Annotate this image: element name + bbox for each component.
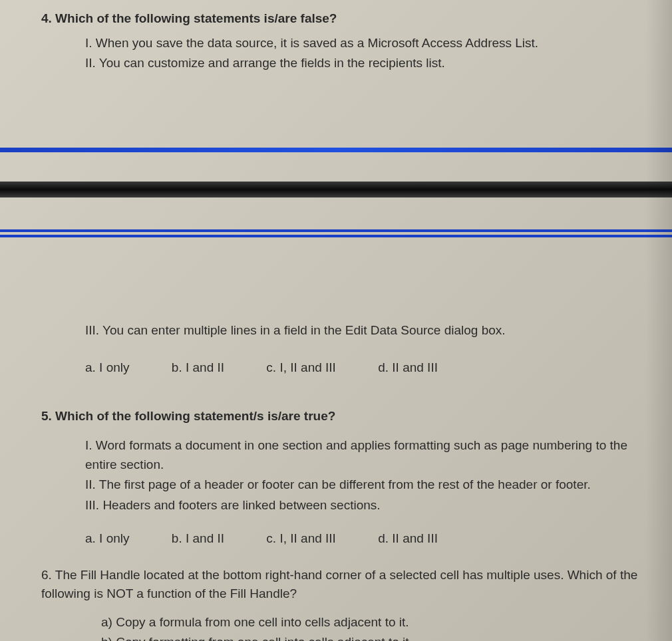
q5-statement-2: II. The first page of a header or footer… [85, 475, 652, 495]
question-4-statements-top: I. When you save the data source, it is … [0, 34, 672, 73]
divider-blue-top [0, 148, 672, 152]
q6-option-a[interactable]: a) Copy a formula from one cell into cel… [101, 613, 672, 632]
q5-option-c[interactable]: c. I, II and III [266, 529, 336, 549]
question-6-options: a) Copy a formula from one cell into cel… [0, 613, 672, 642]
question-5-prompt: 5. Which of the following statement/s is… [0, 407, 672, 426]
divider-black [0, 182, 672, 197]
question-5-statements: I. Word formats a document in one sectio… [0, 436, 672, 515]
q4-option-a[interactable]: a. I only [85, 358, 130, 378]
q6-option-b[interactable]: b) Copy formatting from one cell into ce… [101, 633, 672, 641]
q5-option-b[interactable]: b. I and II [172, 529, 224, 549]
q5-option-d[interactable]: d. II and III [378, 529, 438, 549]
question-5-options: a. I only b. I and II c. I, II and III d… [0, 529, 672, 549]
question-4-options: a. I only b. I and II c. I, II and III d… [0, 358, 672, 378]
q4-statement-2: II. You can customize and arrange the fi… [85, 54, 672, 73]
q4-option-d[interactable]: d. II and III [378, 358, 438, 378]
q4-statement-3: III. You can enter multiple lines in a f… [85, 321, 672, 340]
question-4-prompt: 4. Which of the following statements is/… [0, 9, 672, 29]
q5-statement-1: I. Word formats a document in one sectio… [85, 436, 652, 474]
question-6-prompt: 6. The Fill Handle located at the bottom… [0, 566, 672, 604]
q4-option-c[interactable]: c. I, II and III [266, 358, 336, 378]
question-4-statements-bottom: III. You can enter multiple lines in a f… [0, 321, 672, 340]
q4-option-b[interactable]: b. I and II [172, 358, 224, 378]
q5-option-a[interactable]: a. I only [85, 529, 130, 549]
worksheet-page: 4. Which of the following statements is/… [0, 0, 672, 641]
q4-statement-1: I. When you save the data source, it is … [85, 34, 672, 53]
q5-statement-3: III. Headers and footers are linked betw… [85, 496, 652, 515]
